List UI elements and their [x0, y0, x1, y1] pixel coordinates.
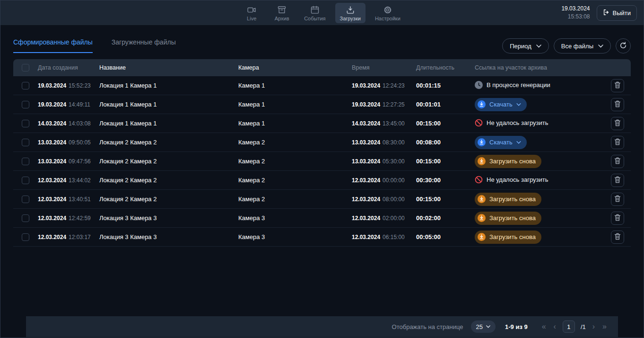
download-icon: [478, 100, 486, 108]
per-page-value: 25: [476, 323, 483, 330]
cell-time: 13.03.202405:30:00: [352, 158, 416, 165]
delete-button[interactable]: [611, 155, 624, 168]
nav-item-archive[interactable]: Архив: [269, 3, 295, 23]
tabs: Сформированные файлы Загруженные файлы: [13, 38, 176, 53]
archive-icon: [277, 5, 287, 15]
nav-item-events[interactable]: События: [299, 3, 330, 23]
delete-button[interactable]: [611, 231, 624, 244]
clock: 19.03.2024 15:53:08: [561, 5, 590, 21]
table-row: 19.03.202414:49:11 Локация 1 Камера 1 Ка…: [13, 95, 631, 114]
tab-generated-files[interactable]: Сформированные файлы: [13, 38, 93, 53]
download-icon: [478, 195, 486, 203]
events-icon: [310, 5, 320, 15]
trash-icon: [614, 195, 621, 204]
current-page-box[interactable]: 1: [563, 320, 575, 333]
table-row: 14.03.202414:03:08 Локация 1 Камера 1 Ка…: [13, 114, 631, 133]
delete-button[interactable]: [611, 174, 624, 187]
pagination-controls: « ‹ 1 /1 › »: [541, 320, 608, 333]
delete-button[interactable]: [611, 136, 624, 149]
per-page-select[interactable]: 25: [471, 320, 496, 333]
delete-button[interactable]: [611, 193, 624, 206]
cell-time: 12.03.202408:00:00: [352, 196, 416, 203]
logout-button[interactable]: Выйти: [597, 5, 637, 21]
cell-created: 14.03.202414:03:08: [38, 120, 99, 127]
cell-time: 13.03.202408:30:00: [352, 139, 416, 146]
first-page-button[interactable]: «: [541, 323, 547, 330]
tab-uploaded-files[interactable]: Загруженные файлы: [112, 38, 176, 53]
table-row: 19.03.202415:52:23 Локация 1 Камера 1 Ка…: [13, 76, 631, 95]
table-row: 12.03.202413:40:51 Локация 2 Камера 2 Ка…: [13, 190, 631, 209]
app-root: Live Архив События Загрузки: [0, 0, 644, 338]
column-header-duration: Длительность: [416, 64, 475, 71]
status-label: В процессе генерации: [487, 81, 550, 89]
retry-download-button[interactable]: Загрузить снова: [475, 231, 541, 244]
nav-label: Live: [247, 16, 256, 21]
chevron-down-icon: [516, 141, 521, 144]
row-checkbox[interactable]: [22, 158, 29, 165]
files-filter-button[interactable]: Все файлы: [554, 38, 611, 53]
table-row: 12.03.202412:03:17 Локация 3 Камера 3 Ка…: [13, 228, 631, 247]
row-checkbox[interactable]: [22, 82, 29, 89]
cell-time: 19.03.202412:27:25: [352, 101, 416, 108]
retry-download-button[interactable]: Загрузить снова: [475, 155, 541, 168]
trash-icon: [614, 157, 621, 166]
period-filter-button[interactable]: Период: [502, 38, 549, 53]
cell-created: 12.03.202412:03:17: [38, 234, 99, 240]
retry-download-button[interactable]: Загрузить снова: [475, 212, 541, 225]
row-checkbox[interactable]: [22, 139, 29, 146]
cell-created: 12.03.202412:42:59: [38, 215, 99, 222]
refresh-button[interactable]: [616, 38, 631, 53]
delete-button[interactable]: [611, 98, 624, 111]
clock-icon: [475, 81, 483, 89]
status-label: Скачать: [489, 101, 513, 108]
row-checkbox[interactable]: [22, 101, 29, 108]
row-checkbox[interactable]: [22, 233, 29, 241]
table-row: 13.03.202409:50:05 Локация 2 Камера 2 Ка…: [13, 133, 631, 152]
row-checkbox[interactable]: [22, 214, 29, 222]
delete-button[interactable]: [611, 79, 624, 92]
trash-icon: [614, 176, 621, 185]
nav-item-live[interactable]: Live: [239, 3, 264, 23]
video-camera-icon: [247, 5, 256, 15]
delete-button[interactable]: [611, 117, 624, 130]
download-button[interactable]: Скачать: [475, 98, 527, 111]
nav-label: Архив: [275, 16, 289, 21]
cell-duration: 00:01:01: [416, 101, 475, 108]
table-row: 12.03.202413:44:02 Локация 2 Камера 2 Ка…: [13, 171, 631, 190]
last-page-button[interactable]: »: [601, 323, 608, 330]
trash-icon: [614, 81, 621, 90]
download-icon: [478, 138, 486, 146]
gear-icon: [383, 5, 392, 15]
next-page-button[interactable]: ›: [592, 323, 596, 330]
row-checkbox[interactable]: [22, 177, 29, 184]
cell-created: 19.03.202415:52:23: [38, 82, 99, 89]
cell-archive-link: Скачать: [475, 136, 604, 149]
retry-download-button[interactable]: Загрузить снова: [475, 193, 541, 206]
trash-icon: [614, 138, 621, 147]
files-filter-label: Все файлы: [561, 43, 593, 50]
prev-page-button[interactable]: ‹: [553, 323, 557, 330]
cell-name: Локация 2 Камера 2: [99, 139, 238, 146]
cell-name: Локация 2 Камера 2: [99, 158, 238, 165]
status-label: Скачать: [489, 139, 513, 146]
cell-created: 13.03.202409:50:05: [38, 139, 99, 146]
cell-archive-link: Загрузить снова: [475, 155, 604, 168]
delete-button[interactable]: [611, 212, 624, 225]
error-icon: [475, 119, 483, 127]
download-button[interactable]: Скачать: [475, 136, 527, 149]
current-date: 19.03.2024: [561, 5, 590, 13]
row-checkbox[interactable]: [22, 120, 29, 127]
cell-time: 12.03.202406:15:00: [352, 234, 416, 240]
pagination-bar: Отображать на странице 25 1-9 из 9 « ‹ 1…: [26, 316, 618, 337]
row-checkbox[interactable]: [22, 196, 29, 203]
cell-camera: Камера 2: [238, 196, 352, 203]
select-all-checkbox[interactable]: [22, 64, 29, 71]
cell-camera: Камера 1: [238, 101, 352, 108]
cell-time: 12.03.202400:00:00: [352, 177, 416, 184]
nav-item-downloads[interactable]: Загрузки: [335, 3, 366, 23]
nav-item-settings[interactable]: Настройки: [370, 3, 405, 23]
cell-duration: 00:02:00: [416, 214, 475, 222]
cell-name: Локация 1 Камера 1: [99, 120, 238, 127]
trash-icon: [614, 119, 621, 128]
download-icon: [478, 214, 486, 222]
